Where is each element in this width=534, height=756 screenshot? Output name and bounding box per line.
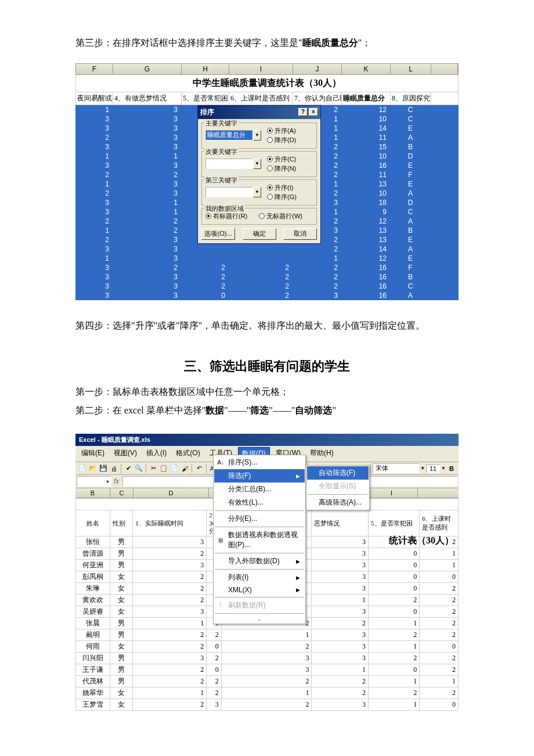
table-row: 33214A xyxy=(75,244,459,254)
cut-icon[interactable]: ✂ xyxy=(149,464,158,473)
dialog-titlebar: 排序 ? × xyxy=(198,106,320,119)
table-row: 3322216C xyxy=(75,282,459,291)
paragraph-step3: 第三步：在排序对话框中选择排序主要关键字，这里是"睡眠质量总分"； xyxy=(75,35,459,52)
sheet-column-label: 8、原因探究 xyxy=(391,92,431,105)
table-row: 戴明男221322 xyxy=(76,629,459,641)
menu-item[interactable]: 插入(I) xyxy=(143,447,170,460)
refresh-icon: ! xyxy=(217,602,225,610)
column-header[interactable]: H xyxy=(182,64,229,74)
group-primary-key: 主要关键字 xyxy=(204,119,239,128)
open-icon[interactable]: 📂 xyxy=(88,464,98,473)
menu-subtotal[interactable]: 分类汇总(B)... xyxy=(214,483,305,496)
table-row: 何雨女202310 xyxy=(76,641,459,653)
undo-icon[interactable]: ↶ xyxy=(194,464,204,473)
close-button[interactable]: × xyxy=(309,108,318,116)
submenu-advanced[interactable]: 高级筛选(A)... xyxy=(307,496,369,509)
font-select[interactable]: 宋体 xyxy=(373,463,419,473)
column-header[interactable]: K xyxy=(342,64,391,74)
radio-ascending-c[interactable]: 升序(C) xyxy=(267,155,296,164)
save-icon[interactable]: 💾 xyxy=(99,464,108,473)
sheet-column-label: 5、是否常犯困 xyxy=(182,92,229,105)
column-header[interactable]: B xyxy=(75,488,110,498)
ok-button[interactable]: 确定 xyxy=(243,228,276,240)
radio-ascending-a[interactable]: 升序(A) xyxy=(267,127,296,135)
column-header[interactable]: I xyxy=(229,64,293,74)
table-row: 姚翠华女121222 xyxy=(76,687,459,699)
group-third-key: 第三关键字 xyxy=(204,176,239,185)
column-header[interactable]: I xyxy=(366,488,418,498)
radio-has-header[interactable]: 有标题行(R) xyxy=(205,212,247,221)
sort-dialog: 排序 ? × 主要关键字 睡眠质量总分 ▼ 升序(A) 降序(D) xyxy=(197,105,321,244)
options-button[interactable]: 选项(O)... xyxy=(201,228,235,240)
format-painter-icon[interactable]: 🖌 xyxy=(180,464,189,473)
radio-descending-g[interactable]: 降序(G) xyxy=(267,193,297,201)
dropdown-arrow-icon[interactable]: ▼ xyxy=(253,187,261,197)
menu-import[interactable]: 导入外部数据(D)▶ xyxy=(214,555,305,568)
column-header[interactable]: G xyxy=(113,64,182,74)
table-row: 王子谦男203102 xyxy=(76,664,459,676)
window-titlebar: Excel - 睡眠质量调查.xls xyxy=(75,434,459,446)
paragraph-filter-step1: 第一步：鼠标单击表格数据区域中任意一个单元格； xyxy=(75,384,459,401)
excel-screenshot-2: Excel - 睡眠质量调查.xls 编辑(E)视图(V)插入(I)格式(O)工… xyxy=(75,434,459,711)
table-row: 代茂林男222211 xyxy=(76,676,459,687)
new-icon[interactable]: 📄 xyxy=(78,464,87,473)
expand-chevron-icon[interactable]: ⌄ xyxy=(214,615,305,623)
paragraph-step4: 第四步：选择"升序"或者"降序"，单击确定。将排序出的最大、最小值写到指定位置。 xyxy=(75,318,459,334)
menu-item[interactable]: 视图(V) xyxy=(110,447,140,460)
menu-validation[interactable]: 有效性(L)... xyxy=(214,496,305,509)
radio-descending-n[interactable]: 降序(N) xyxy=(267,164,296,173)
stat-title: 统计表（30人） xyxy=(389,535,454,547)
menu-item[interactable]: 编辑(E) xyxy=(78,447,108,460)
sort-icon: A↓ xyxy=(217,459,225,467)
radio-no-header[interactable]: 无标题行(W) xyxy=(259,212,302,221)
cancel-button[interactable]: 取消 xyxy=(283,228,317,240)
sheet-title: 中学生睡眠质量调查统计表（30人） xyxy=(75,75,459,92)
group-secondary-key: 次要关键字 xyxy=(204,147,239,156)
menu-xml[interactable]: XML(X)▶ xyxy=(214,584,305,596)
column-header[interactable]: L xyxy=(391,64,431,74)
menu-list[interactable]: 列表(I)▶ xyxy=(214,571,305,584)
dropdown-arrow-icon[interactable]: ▼ xyxy=(253,159,261,169)
secondary-key-combo[interactable]: ▼ xyxy=(205,159,261,169)
menu-item[interactable]: 帮助(H) xyxy=(306,447,337,460)
menu-sort[interactable]: A↓排序(S)... xyxy=(214,456,305,469)
submenu-autofilter[interactable]: 自动筛选(F) xyxy=(307,466,369,480)
column-header[interactable]: J xyxy=(293,64,342,74)
print-icon[interactable]: 🖨 xyxy=(109,464,118,473)
menu-pivot[interactable]: ⊞数据透视表和数据透视图(P)... xyxy=(214,528,305,552)
excel-screenshot-1: FGHIJKL 中学生睡眠质量调查统计表（30人） 夜间易醒或早醒4、有做恶梦情… xyxy=(75,63,459,300)
menu-column[interactable]: 分列(E)... xyxy=(214,512,305,525)
primary-key-combo[interactable]: 睡眠质量总分 ▼ xyxy=(205,130,261,141)
copy-icon[interactable]: 📋 xyxy=(159,464,168,473)
data-menu-dropdown: A↓排序(S)... 筛选(F)▶ 分类汇总(B)... 有效性(L)... 分… xyxy=(213,455,306,624)
research-icon[interactable]: 🔍 xyxy=(134,464,143,473)
submenu-showall: 全部显示(S) xyxy=(307,480,369,493)
column-header[interactable]: C xyxy=(110,488,134,498)
dropdown-arrow-icon[interactable]: ▼ xyxy=(253,130,261,141)
column-header[interactable]: D xyxy=(134,488,209,498)
sheet-column-label: 7、你认为自己睡 xyxy=(293,92,342,105)
menu-filter[interactable]: 筛选(F)▶ xyxy=(214,469,305,483)
sheet-column-label: 睡眠质量总分 xyxy=(342,92,391,105)
sheet-column-label: 6、上课时是否感到 xyxy=(229,92,293,105)
paragraph-filter-step2: 第二步：在 excel 菜单栏中选择"数据"——"筛选"——"自动筛选" xyxy=(75,402,459,419)
column-header[interactable]: F xyxy=(76,64,113,74)
radio-descending-d[interactable]: 降序(D) xyxy=(267,136,296,145)
table-row: 3222216F xyxy=(75,263,459,272)
group-data-area: 我的数据区域 xyxy=(204,204,245,213)
name-box[interactable] xyxy=(77,476,111,487)
paste-icon[interactable]: 📄 xyxy=(169,464,179,473)
fontsize-select[interactable]: 11 xyxy=(426,465,440,473)
radio-ascending-i[interactable]: 升序(I) xyxy=(267,183,297,192)
spell-icon[interactable]: ✔ xyxy=(124,464,133,473)
menu-item[interactable]: 格式(O) xyxy=(172,447,203,460)
section-title: 三、筛选出睡眠有问题的学生 xyxy=(75,358,459,375)
table-row: 王梦雪女232310 xyxy=(76,699,459,711)
sheet-column-label: 4、有做恶梦情况 xyxy=(113,92,182,105)
third-key-combo[interactable]: ▼ xyxy=(205,187,261,197)
sheet-column-label: 夜间易醒或早醒 xyxy=(76,92,113,105)
help-button[interactable]: ? xyxy=(298,108,308,116)
table-row: 3322216B xyxy=(75,272,459,282)
bold-button[interactable]: B xyxy=(447,464,456,473)
pivot-icon: ⊞ xyxy=(217,536,225,544)
